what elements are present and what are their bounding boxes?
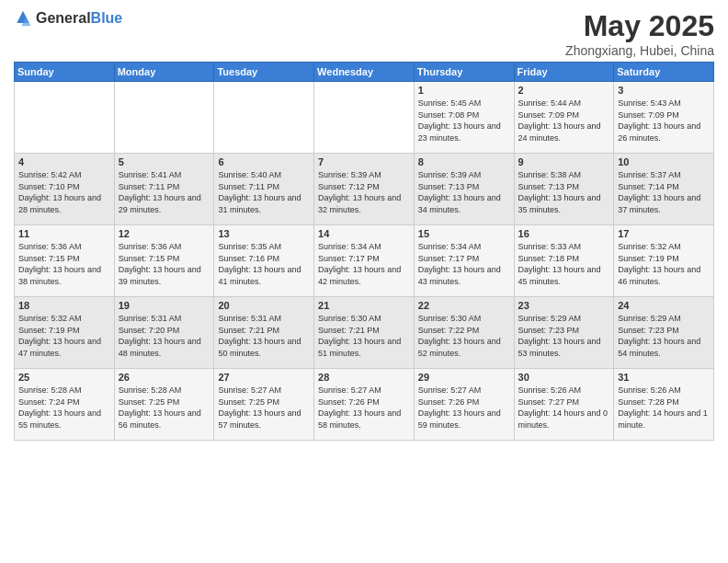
day-number: 6 — [218, 156, 310, 167]
calendar-day-cell — [114, 82, 214, 154]
calendar-container: GeneralBlue May 2025 Zhongxiang, Hubei, … — [0, 0, 728, 450]
logo-icon — [14, 9, 32, 28]
calendar-day-cell: 29Sunrise: 5:27 AMSunset: 7:26 PMDayligh… — [414, 369, 514, 441]
day-number: 30 — [518, 372, 610, 383]
calendar-week-row: 1Sunrise: 5:45 AMSunset: 7:08 PMDaylight… — [15, 82, 714, 154]
calendar-day-cell — [314, 82, 415, 154]
day-number: 28 — [318, 372, 410, 383]
day-info: Sunrise: 5:29 AMSunset: 7:23 PMDaylight:… — [518, 314, 601, 358]
day-number: 27 — [218, 372, 310, 383]
day-info: Sunrise: 5:45 AMSunset: 7:08 PMDaylight:… — [418, 98, 501, 143]
day-info: Sunrise: 5:35 AMSunset: 7:16 PMDaylight:… — [218, 242, 301, 286]
calendar-day-cell: 31Sunrise: 5:26 AMSunset: 7:28 PMDayligh… — [614, 369, 714, 441]
day-number: 5 — [119, 156, 210, 167]
day-number: 9 — [518, 156, 610, 167]
logo-text: GeneralBlue — [36, 10, 122, 27]
day-info: Sunrise: 5:43 AMSunset: 7:09 PMDaylight:… — [618, 98, 700, 143]
day-number: 13 — [218, 228, 310, 239]
day-number: 1 — [418, 85, 510, 96]
day-number: 16 — [518, 228, 610, 239]
calendar-day-cell: 17Sunrise: 5:32 AMSunset: 7:19 PMDayligh… — [614, 225, 714, 297]
day-number: 11 — [18, 228, 110, 239]
day-info: Sunrise: 5:42 AMSunset: 7:10 PMDaylight:… — [18, 170, 101, 214]
day-info: Sunrise: 5:32 AMSunset: 7:19 PMDaylight:… — [18, 314, 101, 358]
day-number: 31 — [618, 372, 710, 383]
day-number: 2 — [518, 85, 610, 96]
day-info: Sunrise: 5:33 AMSunset: 7:18 PMDaylight:… — [518, 242, 601, 286]
calendar-day-cell: 18Sunrise: 5:32 AMSunset: 7:19 PMDayligh… — [15, 297, 115, 369]
day-info: Sunrise: 5:30 AMSunset: 7:21 PMDaylight:… — [318, 314, 401, 358]
day-info: Sunrise: 5:44 AMSunset: 7:09 PMDaylight:… — [518, 98, 601, 143]
weekday-header: Wednesday — [314, 63, 415, 82]
calendar-day-cell: 14Sunrise: 5:34 AMSunset: 7:17 PMDayligh… — [314, 225, 415, 297]
header: GeneralBlue May 2025 Zhongxiang, Hubei, … — [14, 9, 714, 58]
calendar-day-cell: 11Sunrise: 5:36 AMSunset: 7:15 PMDayligh… — [15, 225, 115, 297]
calendar-day-cell: 13Sunrise: 5:35 AMSunset: 7:16 PMDayligh… — [214, 225, 314, 297]
calendar-day-cell: 21Sunrise: 5:30 AMSunset: 7:21 PMDayligh… — [314, 297, 415, 369]
day-number: 26 — [119, 372, 210, 383]
day-info: Sunrise: 5:27 AMSunset: 7:25 PMDaylight:… — [218, 385, 301, 430]
calendar-day-cell: 6Sunrise: 5:40 AMSunset: 7:11 PMDaylight… — [214, 154, 314, 225]
day-info: Sunrise: 5:27 AMSunset: 7:26 PMDaylight:… — [318, 385, 401, 430]
day-number: 19 — [119, 300, 210, 311]
calendar-day-cell: 7Sunrise: 5:39 AMSunset: 7:12 PMDaylight… — [314, 154, 415, 225]
weekday-header: Sunday — [15, 63, 115, 82]
calendar-day-cell: 8Sunrise: 5:39 AMSunset: 7:13 PMDaylight… — [414, 154, 514, 225]
day-number: 7 — [318, 156, 410, 167]
day-number: 23 — [518, 300, 610, 311]
day-number: 8 — [418, 156, 510, 167]
day-number: 25 — [18, 372, 110, 383]
day-info: Sunrise: 5:28 AMSunset: 7:24 PMDaylight:… — [18, 385, 101, 430]
day-info: Sunrise: 5:30 AMSunset: 7:22 PMDaylight:… — [418, 314, 501, 358]
day-info: Sunrise: 5:40 AMSunset: 7:11 PMDaylight:… — [218, 170, 301, 214]
calendar-day-cell: 5Sunrise: 5:41 AMSunset: 7:11 PMDaylight… — [114, 154, 214, 225]
day-number: 4 — [18, 156, 110, 167]
day-info: Sunrise: 5:37 AMSunset: 7:14 PMDaylight:… — [618, 170, 700, 214]
calendar-day-cell: 27Sunrise: 5:27 AMSunset: 7:25 PMDayligh… — [214, 369, 314, 441]
location: Zhongxiang, Hubei, China — [565, 43, 714, 58]
calendar-day-cell: 15Sunrise: 5:34 AMSunset: 7:17 PMDayligh… — [414, 225, 514, 297]
calendar-day-cell — [214, 82, 314, 154]
day-info: Sunrise: 5:26 AMSunset: 7:27 PMDaylight:… — [518, 385, 609, 430]
day-info: Sunrise: 5:34 AMSunset: 7:17 PMDaylight:… — [318, 242, 401, 286]
day-info: Sunrise: 5:39 AMSunset: 7:13 PMDaylight:… — [418, 170, 501, 214]
calendar-week-row: 4Sunrise: 5:42 AMSunset: 7:10 PMDaylight… — [15, 154, 714, 225]
weekday-header: Friday — [514, 63, 614, 82]
day-info: Sunrise: 5:34 AMSunset: 7:17 PMDaylight:… — [418, 242, 501, 286]
weekday-header: Tuesday — [214, 63, 314, 82]
day-info: Sunrise: 5:39 AMSunset: 7:12 PMDaylight:… — [318, 170, 401, 214]
day-number: 24 — [618, 300, 710, 311]
day-info: Sunrise: 5:32 AMSunset: 7:19 PMDaylight:… — [618, 242, 700, 286]
calendar-day-cell: 1Sunrise: 5:45 AMSunset: 7:08 PMDaylight… — [414, 82, 514, 154]
calendar-day-cell: 24Sunrise: 5:29 AMSunset: 7:23 PMDayligh… — [614, 297, 714, 369]
calendar-week-row: 25Sunrise: 5:28 AMSunset: 7:24 PMDayligh… — [15, 369, 714, 441]
day-info: Sunrise: 5:29 AMSunset: 7:23 PMDaylight:… — [618, 314, 700, 358]
day-number: 17 — [618, 228, 710, 239]
calendar-day-cell: 2Sunrise: 5:44 AMSunset: 7:09 PMDaylight… — [514, 82, 614, 154]
calendar-day-cell — [15, 82, 115, 154]
day-number: 14 — [318, 228, 410, 239]
day-info: Sunrise: 5:36 AMSunset: 7:15 PMDaylight:… — [18, 242, 101, 286]
calendar-day-cell: 19Sunrise: 5:31 AMSunset: 7:20 PMDayligh… — [114, 297, 214, 369]
day-info: Sunrise: 5:31 AMSunset: 7:21 PMDaylight:… — [218, 314, 301, 358]
weekday-header-row: SundayMondayTuesdayWednesdayThursdayFrid… — [15, 63, 714, 82]
day-info: Sunrise: 5:31 AMSunset: 7:20 PMDaylight:… — [119, 314, 201, 358]
day-number: 3 — [618, 85, 710, 96]
calendar-day-cell: 28Sunrise: 5:27 AMSunset: 7:26 PMDayligh… — [314, 369, 415, 441]
title-block: May 2025 Zhongxiang, Hubei, China — [565, 9, 714, 58]
calendar-day-cell: 12Sunrise: 5:36 AMSunset: 7:15 PMDayligh… — [114, 225, 214, 297]
day-info: Sunrise: 5:26 AMSunset: 7:28 PMDaylight:… — [618, 385, 708, 430]
calendar-day-cell: 10Sunrise: 5:37 AMSunset: 7:14 PMDayligh… — [614, 154, 714, 225]
calendar-day-cell: 23Sunrise: 5:29 AMSunset: 7:23 PMDayligh… — [514, 297, 614, 369]
calendar-day-cell: 26Sunrise: 5:28 AMSunset: 7:25 PMDayligh… — [114, 369, 214, 441]
weekday-header: Saturday — [614, 63, 714, 82]
calendar-week-row: 18Sunrise: 5:32 AMSunset: 7:19 PMDayligh… — [15, 297, 714, 369]
day-number: 15 — [418, 228, 510, 239]
weekday-header: Monday — [114, 63, 214, 82]
calendar-day-cell: 16Sunrise: 5:33 AMSunset: 7:18 PMDayligh… — [514, 225, 614, 297]
day-number: 18 — [18, 300, 110, 311]
day-number: 12 — [119, 228, 210, 239]
day-number: 21 — [318, 300, 410, 311]
day-info: Sunrise: 5:28 AMSunset: 7:25 PMDaylight:… — [119, 385, 201, 430]
day-info: Sunrise: 5:27 AMSunset: 7:26 PMDaylight:… — [418, 385, 501, 430]
